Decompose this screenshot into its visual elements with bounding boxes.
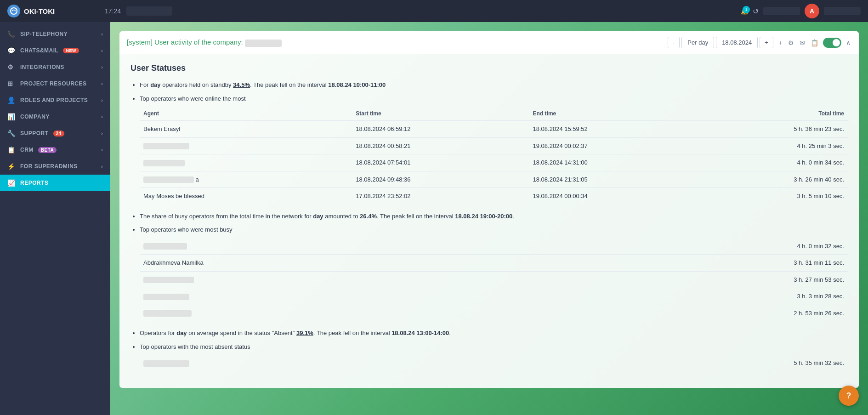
date-next-button[interactable]: + bbox=[760, 37, 773, 48]
section-title: User Statuses bbox=[130, 63, 848, 73]
agent-name bbox=[140, 355, 479, 371]
chevron-icon: › bbox=[101, 48, 103, 53]
table-row: Bekem Erasyl 18.08.2024 06:59:12 18.08.2… bbox=[140, 121, 848, 138]
report-actions: + ⚙ ✉ 📋 ∧ bbox=[778, 38, 851, 48]
sidebar-item-support[interactable]: 🔧 SUPPORT 24 › bbox=[0, 125, 110, 142]
notification-count: 1 bbox=[743, 6, 750, 13]
roles-icon: 👤 bbox=[7, 97, 16, 104]
agent-name bbox=[140, 271, 521, 288]
total-time: 2 h. 53 min 26 sec. bbox=[521, 305, 848, 321]
total-time: 4 h. 0 min 34 sec. bbox=[706, 154, 848, 171]
integrations-icon: ⚙ bbox=[7, 63, 16, 71]
list-item-standby: For day operators held on standby 34.5%.… bbox=[140, 80, 848, 90]
user-avatar[interactable]: A bbox=[805, 4, 819, 18]
standby-peak: 18.08.24 10:00-11:00 bbox=[328, 81, 386, 88]
start-time: 18.08.2024 00:58:21 bbox=[352, 137, 529, 154]
date-display: 18.08.2024 bbox=[716, 37, 758, 48]
report-content: User Statuses For day operators held on … bbox=[119, 54, 859, 388]
topbar-user-blurred bbox=[126, 6, 172, 16]
export-button[interactable]: 📋 bbox=[810, 38, 819, 47]
total-time: 5 h. 36 min 23 sec. bbox=[706, 121, 848, 138]
sidebar-item-reports[interactable]: 📈 REPORTS bbox=[0, 175, 110, 191]
settings-button[interactable]: ⚙ bbox=[787, 38, 795, 47]
table-row: a 18.08.2024 09:48:36 18.08.2024 21:31:0… bbox=[140, 171, 848, 188]
help-button[interactable]: ? bbox=[839, 386, 859, 406]
reports-icon: 📈 bbox=[7, 179, 16, 187]
end-time: 19.08.2024 00:02:37 bbox=[529, 137, 706, 154]
sidebar-label-project: PROJECT RESOURCES bbox=[20, 80, 87, 87]
sidebar-item-sip-telephony[interactable]: 📞 SIP-TELEPHONY › bbox=[0, 26, 110, 42]
support-icon: 🔧 bbox=[7, 130, 16, 137]
sidebar-item-project-resources[interactable]: ⊞ PROJECT RESOURCES › bbox=[0, 75, 110, 92]
chevron-icon: › bbox=[101, 114, 103, 119]
total-time: 3 h. 3 min 28 sec. bbox=[521, 288, 848, 305]
agent-name: a bbox=[140, 171, 352, 188]
agent-name: May Moses be blessed bbox=[140, 188, 352, 205]
total-time: 4 h. 25 min 3 sec. bbox=[706, 137, 848, 154]
busy-operators-table: 4 h. 0 min 32 sec. Abdrakhmeva Namilka 3… bbox=[140, 238, 848, 322]
report-title: [system] User activity of the company: bbox=[127, 38, 663, 46]
col-agent: Agent bbox=[140, 107, 352, 121]
end-time: 18.08.2024 14:31:00 bbox=[529, 154, 706, 171]
topbar: OKI-TOKI 17:24 🔔 1 ↺ A bbox=[0, 0, 868, 22]
start-time: 18.08.2024 09:48:36 bbox=[352, 171, 529, 188]
agent-name bbox=[140, 288, 521, 305]
table-row: May Moses be blessed 17.08.2024 23:52:02… bbox=[140, 188, 848, 205]
report-header: [system] User activity of the company: -… bbox=[119, 31, 859, 54]
support-badge: 24 bbox=[53, 131, 64, 136]
app-logo: OKI-TOKI bbox=[7, 5, 99, 17]
list-item-busy-summary: The share of busy operators from the tot… bbox=[140, 212, 848, 221]
sidebar-label-sip: SIP-TELEPHONY bbox=[20, 31, 68, 37]
table-row: 18.08.2024 07:54:01 18.08.2024 14:31:00 … bbox=[140, 154, 848, 171]
visibility-toggle[interactable] bbox=[823, 38, 841, 48]
chevron-icon: › bbox=[101, 65, 103, 70]
start-time: 18.08.2024 07:54:01 bbox=[352, 154, 529, 171]
collapse-button[interactable]: ∧ bbox=[845, 38, 851, 47]
list-item-online: Top operators who were online the most A… bbox=[140, 94, 848, 205]
logo-icon bbox=[7, 5, 20, 17]
sidebar: 📞 SIP-TELEPHONY › 💬 CHATS&MAIL NEW › ⚙ I… bbox=[0, 22, 110, 415]
start-time: 17.08.2024 23:52:02 bbox=[352, 188, 529, 205]
sidebar-label-superadmins: FOR SUPERADMINS bbox=[20, 163, 78, 170]
sidebar-label-roles: ROLES AND PROJECTS bbox=[20, 97, 88, 103]
table-row: 2 h. 53 min 26 sec. bbox=[140, 305, 848, 321]
chevron-icon: › bbox=[101, 131, 103, 136]
sidebar-item-integrations[interactable]: ⚙ INTEGRATIONS › bbox=[0, 59, 110, 75]
sidebar-nav: 📞 SIP-TELEPHONY › 💬 CHATS&MAIL NEW › ⚙ I… bbox=[0, 22, 110, 415]
grid-icon: ⊞ bbox=[7, 80, 16, 87]
online-operators-table: Agent Start time End time Total time Bek… bbox=[140, 107, 848, 205]
company-icon: 📊 bbox=[7, 113, 16, 120]
sidebar-item-crm[interactable]: 📋 CRM BETA › bbox=[0, 142, 110, 158]
date-navigation: - Per day 18.08.2024 + bbox=[668, 37, 773, 48]
end-time: 18.08.2024 15:59:52 bbox=[529, 121, 706, 138]
company-name-blurred bbox=[245, 40, 282, 47]
add-button[interactable]: + bbox=[778, 38, 783, 47]
chevron-icon: › bbox=[101, 32, 103, 37]
table-row: Abdrakhmeva Namilka 3 h. 31 min 11 sec. bbox=[140, 255, 848, 272]
notification-bell[interactable]: 🔔 1 bbox=[741, 8, 748, 15]
total-time: 5 h. 35 min 32 sec. bbox=[479, 355, 848, 371]
sidebar-item-chats-mail[interactable]: 💬 CHATS&MAIL NEW › bbox=[0, 42, 110, 59]
agent-name bbox=[140, 154, 352, 171]
total-time: 3 h. 26 min 40 sec. bbox=[706, 171, 848, 188]
col-total: Total time bbox=[706, 107, 848, 121]
table-row: 4 h. 0 min 32 sec. bbox=[140, 238, 848, 255]
chevron-icon: › bbox=[101, 81, 103, 86]
list-item-absent-summary: Operators for day on average spend in th… bbox=[140, 329, 848, 338]
period-selector[interactable]: Per day bbox=[681, 37, 714, 48]
sidebar-label-integrations: INTEGRATIONS bbox=[20, 64, 64, 70]
table-row: 3 h. 27 min 53 sec. bbox=[140, 271, 848, 288]
agent-name bbox=[140, 305, 521, 321]
beta-badge: BETA bbox=[38, 147, 57, 153]
date-prev-button[interactable]: - bbox=[668, 37, 680, 48]
history-icon[interactable]: ↺ bbox=[753, 7, 759, 16]
topbar-username-blurred bbox=[824, 7, 861, 15]
email-button[interactable]: ✉ bbox=[799, 38, 806, 47]
end-time: 19.08.2024 00:00:34 bbox=[529, 188, 706, 205]
sidebar-item-roles-projects[interactable]: 👤 ROLES AND PROJECTS › bbox=[0, 92, 110, 108]
total-time: 3 h. 27 min 53 sec. bbox=[521, 271, 848, 288]
list-item-busy: Top operators who were most busy 4 h. 0 … bbox=[140, 225, 848, 321]
sidebar-item-company[interactable]: 📊 COMPANY › bbox=[0, 108, 110, 125]
start-time: 18.08.2024 06:59:12 bbox=[352, 121, 529, 138]
sidebar-item-superadmins[interactable]: ⚡ FOR SUPERADMINS › bbox=[0, 158, 110, 175]
